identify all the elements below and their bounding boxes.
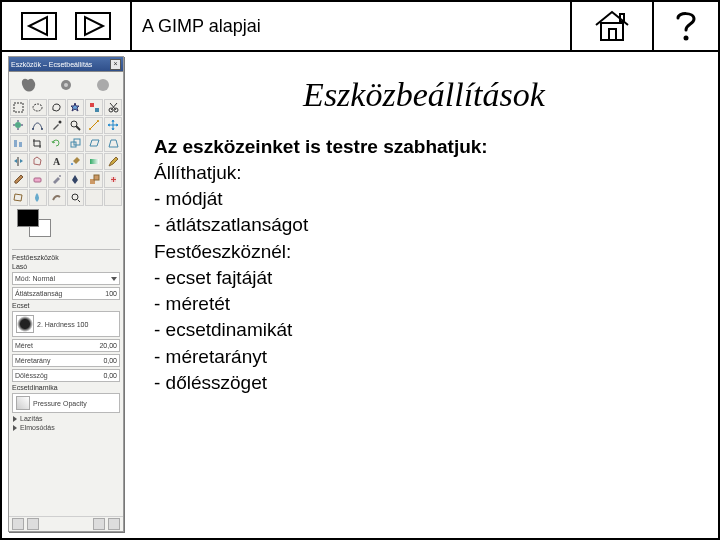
tool-paintbrush[interactable] (10, 171, 28, 188)
options-link-1[interactable]: Lazítás (12, 415, 120, 422)
dock-menu-icon[interactable] (108, 518, 120, 530)
link2-label: Elmosódás (20, 424, 55, 431)
toolbox-titlebar: Eszközök – Ecsetbeállítás × (9, 57, 123, 72)
tool-move[interactable] (104, 117, 122, 134)
tool-fuzzy-select[interactable] (67, 99, 85, 116)
dock-save-icon[interactable] (12, 518, 24, 530)
angle-slider[interactable]: Dőlésszög 0,00 (12, 369, 120, 382)
toolbox-header-icons (9, 72, 123, 98)
tool-rect-select[interactable] (10, 99, 28, 116)
opacity-value: 100 (105, 290, 117, 297)
svg-rect-26 (14, 140, 17, 147)
size-slider[interactable]: Méret 20,00 (12, 339, 120, 352)
tool-cage[interactable] (29, 153, 47, 170)
tool-blur[interactable] (29, 189, 47, 206)
tool-free-select[interactable] (48, 99, 66, 116)
svg-point-33 (59, 175, 61, 177)
home-button[interactable] (572, 2, 654, 50)
svg-rect-5 (609, 29, 616, 40)
tool-scale[interactable] (67, 135, 85, 152)
svg-point-30 (71, 163, 73, 165)
tool-paths[interactable] (29, 117, 47, 134)
tool-rotate[interactable] (48, 135, 66, 152)
svg-line-23 (90, 121, 98, 129)
tool-color-picker[interactable] (48, 117, 66, 134)
options-link-2[interactable]: Elmosódás (12, 424, 120, 431)
tool-by-color-select[interactable] (85, 99, 103, 116)
ratio-label: Méretarány (15, 357, 50, 364)
svg-point-7 (684, 36, 689, 41)
mode-dropdown[interactable]: Mód: Normál (12, 272, 120, 285)
prev-button[interactable] (21, 12, 57, 40)
expand-icon (13, 416, 17, 422)
opacity-label: Átlátszatlanság (15, 290, 62, 297)
angle-value: 0,00 (103, 372, 117, 379)
svg-marker-1 (29, 17, 47, 35)
help-button[interactable] (654, 2, 718, 50)
tool-perspective[interactable] (104, 135, 122, 152)
tool-grid: A (9, 98, 123, 207)
image-header-icon (57, 76, 75, 94)
brush-thumb-icon (16, 315, 34, 333)
expand-icon (13, 425, 17, 431)
toolbox-close-icon[interactable]: × (110, 59, 121, 70)
tool-ellipse-select[interactable] (29, 99, 47, 116)
brush-selector[interactable]: 2. Hardness 100 (12, 311, 120, 337)
tool-bucket-fill[interactable] (67, 153, 85, 170)
slide-body: Eszközök – Ecsetbeállítás × (2, 52, 718, 538)
tool-ink[interactable] (67, 171, 85, 188)
tool-shear[interactable] (85, 135, 103, 152)
divider (12, 249, 120, 250)
tool-measure[interactable] (85, 117, 103, 134)
opacity-slider[interactable]: Átlátszatlanság 100 (12, 287, 120, 300)
tool-smudge[interactable] (48, 189, 66, 206)
dynamics-label: Ecsetdinamika (12, 384, 120, 391)
mode-value: Mód: Normál (15, 275, 55, 282)
svg-point-10 (97, 79, 109, 91)
body-line: - dőlésszöget (154, 370, 694, 396)
tool-clone[interactable] (85, 171, 103, 188)
svg-rect-4 (601, 23, 623, 40)
fg-color-swatch[interactable] (17, 209, 39, 227)
brush-header-icon (94, 76, 112, 94)
tool-crop[interactable] (29, 135, 47, 152)
tool-dodge-burn[interactable] (67, 189, 85, 206)
tool-flip[interactable] (10, 153, 28, 170)
size-value: 20,00 (99, 342, 117, 349)
tool-foreground-select[interactable] (10, 117, 28, 134)
ratio-value: 0,00 (103, 357, 117, 364)
tool-zoom[interactable] (67, 117, 85, 134)
next-button[interactable] (75, 12, 111, 40)
dock-reset-icon[interactable] (27, 518, 39, 530)
tool-text[interactable]: A (48, 153, 66, 170)
tool-perspective-clone[interactable] (10, 189, 28, 206)
color-swatches[interactable] (9, 207, 123, 247)
tool-airbrush[interactable] (48, 171, 66, 188)
svg-rect-31 (90, 159, 99, 164)
dynamics-thumb-icon (16, 396, 30, 410)
tool-pencil[interactable] (104, 153, 122, 170)
toolbox-title-text: Eszközök – Ecsetbeállítás (11, 61, 92, 68)
tool-extra-1[interactable] (85, 189, 103, 206)
svg-rect-35 (94, 175, 99, 180)
brush-label: Ecset (12, 302, 120, 309)
dock-delete-icon[interactable] (93, 518, 105, 530)
tool-align[interactable] (10, 135, 28, 152)
svg-point-19 (41, 128, 43, 130)
tool-options-title: Festőeszközök (12, 254, 120, 261)
ratio-slider[interactable]: Méretarány 0,00 (12, 354, 120, 367)
tool-scissors[interactable] (104, 99, 122, 116)
svg-rect-14 (95, 108, 99, 112)
tool-heal[interactable] (104, 171, 122, 188)
body-line: - méretét (154, 291, 694, 317)
tool-blend[interactable] (85, 153, 103, 170)
tool-eraser[interactable] (29, 171, 47, 188)
dynamics-value: Pressure Opacity (33, 400, 116, 407)
toolbox-dock-row (9, 516, 123, 531)
svg-rect-27 (19, 142, 22, 147)
tool-extra-2[interactable] (104, 189, 122, 206)
dynamics-selector[interactable]: Pressure Opacity (12, 393, 120, 413)
svg-point-9 (64, 83, 68, 87)
page-title: A GIMP alapjai (132, 2, 572, 50)
body-line: - ecset fajtáját (154, 265, 694, 291)
